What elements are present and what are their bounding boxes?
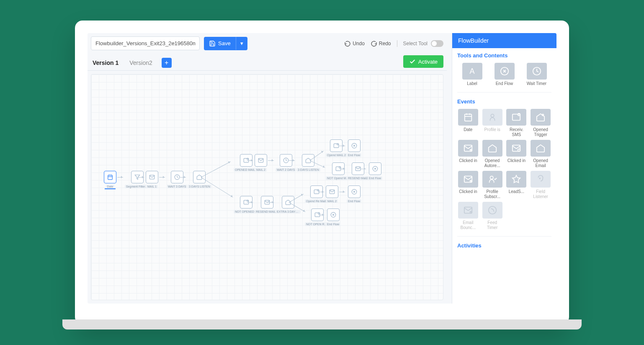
event-clicked-in-1[interactable]: Clicked in xyxy=(457,140,479,168)
node-end3[interactable]: End Flow xyxy=(347,185,361,203)
mail-check-icon xyxy=(333,143,339,149)
redo-label: Redo xyxy=(379,41,391,46)
laptop-frame: Save ▾ Undo Redo Select Tool Version 1 V… xyxy=(75,21,569,324)
svg-point-29 xyxy=(518,113,520,116)
arrow xyxy=(138,177,144,178)
node-end4[interactable]: End Flow xyxy=(326,209,340,226)
undo-button[interactable]: Undo xyxy=(344,40,365,47)
divider xyxy=(397,40,397,47)
node-date[interactable]: Date xyxy=(104,171,116,188)
app-container: Save ▾ Undo Redo Select Tool Version 1 V… xyxy=(88,33,556,304)
star-icon xyxy=(506,171,526,188)
select-tool-toggle[interactable]: Select Tool xyxy=(403,40,443,47)
close-circle-icon xyxy=(351,143,357,149)
undo-redo-group: Undo Redo Select Tool xyxy=(344,40,443,47)
node-mail2[interactable]: MAIL 2 xyxy=(255,154,267,172)
undo-icon xyxy=(344,40,351,47)
event-field-listener[interactable]: Field Listener xyxy=(530,171,551,199)
event-feed-timer[interactable]: Feed Timer xyxy=(482,202,503,230)
calendar-icon xyxy=(107,174,113,180)
svg-point-36 xyxy=(470,180,471,182)
mail-icon xyxy=(149,174,155,180)
clock-icon xyxy=(174,174,180,180)
check-icon xyxy=(409,58,416,65)
event-opened-autore[interactable]: Opened Autore... xyxy=(482,140,503,168)
node-listen3b[interactable]: 3 DAYS LISTEN xyxy=(296,154,320,172)
tab-version-1[interactable]: Version 1 xyxy=(91,56,120,70)
event-email-bounc[interactable]: Email Bounc... xyxy=(457,202,479,230)
svg-point-11 xyxy=(339,167,341,168)
node-mail2b[interactable]: MAIL 2 xyxy=(326,185,338,203)
event-clicked-in-2[interactable]: Clicked in xyxy=(506,140,528,168)
arrow xyxy=(318,215,324,215)
close-circle-icon xyxy=(330,212,336,218)
add-version-button[interactable]: + xyxy=(162,58,172,68)
arrow xyxy=(201,162,231,178)
event-profile-is[interactable]: Profile is xyxy=(482,109,503,137)
section-title-activities: Activities xyxy=(457,242,551,249)
section-title-events: Events xyxy=(457,98,551,105)
svg-point-32 xyxy=(470,149,471,151)
clock-icon xyxy=(527,63,547,80)
divider xyxy=(457,92,551,93)
sidebar-header: FlowBuilder xyxy=(452,33,556,48)
node-opend-rem1[interactable]: Opend Re Mail1 xyxy=(305,185,329,203)
svg-point-27 xyxy=(491,114,494,117)
close-circle-icon xyxy=(495,63,515,80)
event-clicked-in-3[interactable]: Clicked in xyxy=(457,171,479,199)
arrow xyxy=(117,177,123,178)
sidebar-events-section: Events Date Profile is Receiv. SMS Opene… xyxy=(452,94,556,234)
event-opened-email[interactable]: Opened Email xyxy=(530,140,551,168)
activate-button[interactable]: Activate xyxy=(403,55,443,68)
event-received-sms[interactable]: Receiv. SMS xyxy=(506,109,528,137)
close-circle-icon xyxy=(351,189,357,195)
mail-open-icon xyxy=(285,199,291,205)
sidebar-activities-section: Activities xyxy=(452,238,556,257)
divider xyxy=(457,236,551,237)
arrow xyxy=(268,202,274,203)
flow-title-input[interactable] xyxy=(91,36,200,50)
section-title-tools: Tools and Contents xyxy=(457,52,551,59)
save-button[interactable]: Save xyxy=(204,37,236,50)
svg-point-18 xyxy=(317,190,319,191)
node-wait3[interactable]: WAIT 3 DAYS xyxy=(167,171,187,188)
save-dropdown-button[interactable]: ▾ xyxy=(236,37,247,50)
arrow xyxy=(318,192,324,192)
save-button-group: Save ▾ xyxy=(204,37,247,50)
node-resend-m2[interactable]: RESEND Mail2 xyxy=(347,162,369,180)
save-icon xyxy=(209,40,216,47)
event-leads[interactable]: LeadS... xyxy=(506,171,528,199)
save-label: Save xyxy=(218,40,231,46)
mail-clock-icon xyxy=(506,140,526,157)
node-end1[interactable]: End Flow xyxy=(347,139,361,157)
tab-version-2[interactable]: Version2 xyxy=(128,56,154,70)
svg-point-4 xyxy=(247,158,248,160)
arrow xyxy=(339,192,345,192)
node-wait2[interactable]: WAIT 2 DAYS xyxy=(276,154,296,172)
tool-wait-timer[interactable]: Wait Timer xyxy=(522,63,551,86)
tool-label[interactable]: ALabel xyxy=(457,63,487,86)
mail-x-icon xyxy=(458,171,478,188)
node-extra3[interactable]: EXTRA 3 DAYS ... xyxy=(276,196,301,214)
node-opend-m2[interactable]: Opend MAIL 2 xyxy=(326,139,347,157)
node-end2[interactable]: End Flow xyxy=(368,162,382,180)
arrow xyxy=(289,160,295,161)
calendar-icon xyxy=(458,109,478,126)
mail-badge-icon xyxy=(506,109,526,126)
event-opened-trigger[interactable]: Opened Trigger xyxy=(530,109,551,137)
toolbar: Save ▾ Undo Redo Select Tool xyxy=(88,33,447,54)
toggle-icon xyxy=(431,40,443,47)
flow-canvas[interactable]: Date Segment Filtering MAIL 1 WAIT 3 DAY… xyxy=(91,74,443,300)
event-date[interactable]: Date xyxy=(457,109,479,137)
tool-end-flow[interactable]: End Flow xyxy=(489,63,519,86)
user-check-icon xyxy=(482,171,502,188)
redo-button[interactable]: Redo xyxy=(371,40,391,47)
arrow xyxy=(339,169,345,169)
close-circle-icon xyxy=(372,166,378,172)
node-mail1[interactable]: MAIL 1 xyxy=(146,171,158,188)
event-profile-subscr[interactable]: Profile Subscr... xyxy=(482,171,503,199)
arrow xyxy=(268,160,274,161)
svg-point-40 xyxy=(470,211,471,213)
arrow xyxy=(247,160,253,161)
arrow xyxy=(247,202,253,203)
